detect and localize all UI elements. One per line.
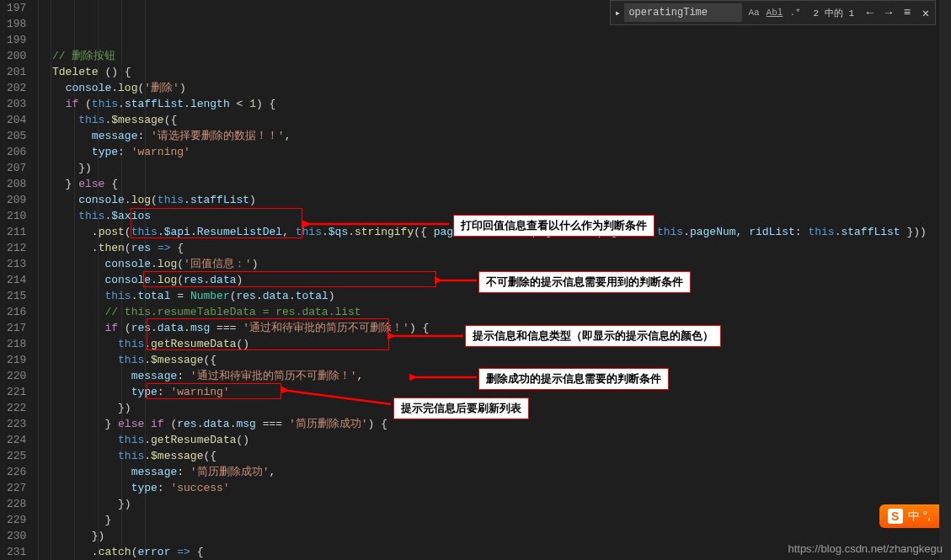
ime-status-text: 中 °, <box>908 509 931 524</box>
search-result-count: 2 中的 1 <box>807 7 861 19</box>
watermark-text: https://blog.csdn.net/zhangkegu <box>788 542 943 555</box>
code-content[interactable]: // 删除按钮 Tdelete () { console.log('删除') i… <box>39 0 951 560</box>
line-number-gutter: 1971981992002012022032042052062072082092… <box>0 0 39 560</box>
search-toggle-icon[interactable]: ▸ <box>611 0 624 25</box>
sogou-logo-icon: S <box>888 509 903 524</box>
search-word-icon[interactable]: Abl <box>764 7 786 19</box>
search-selection-icon[interactable]: ≡ <box>898 3 916 22</box>
code-editor: 1971981992002012022032042052062072082092… <box>0 0 951 560</box>
ime-badge: S 中 °, <box>879 504 939 528</box>
search-prev-icon[interactable]: ← <box>861 3 879 22</box>
search-close-icon[interactable]: ✕ <box>916 3 935 22</box>
vertical-scrollbar[interactable] <box>939 0 951 560</box>
search-case-icon[interactable]: Aa <box>745 7 761 19</box>
search-next-icon[interactable]: → <box>879 3 898 22</box>
search-input[interactable] <box>624 3 742 22</box>
search-widget: ▸ Aa Abl .* 2 中的 1 ← → ≡ ✕ <box>610 0 936 25</box>
search-regex-icon[interactable]: .* <box>787 7 803 19</box>
